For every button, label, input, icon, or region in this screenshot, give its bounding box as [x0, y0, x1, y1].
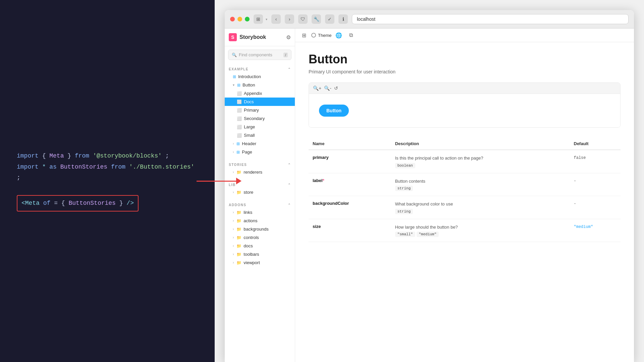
preview-toolbar: 🔍+ 🔍- ↺: [309, 83, 620, 94]
chevron-right-icon-header: ›: [233, 142, 234, 145]
sidebar-item-backgrounds[interactable]: › 📁 backgrounds: [225, 225, 295, 233]
sidebar-item-large[interactable]: ⬜ Large: [225, 123, 295, 131]
brace-open: {: [42, 153, 50, 159]
sidebar-item-actions[interactable]: › 📁 actions: [225, 217, 295, 225]
sidebar-item-docs-addon[interactable]: › 📁 docs: [225, 242, 295, 250]
folder-icon-toolbars: 📁: [236, 252, 241, 257]
prop-name-primary: primary: [313, 155, 329, 160]
sidebar-item-page-group[interactable]: › ⊞ Page: [225, 148, 295, 156]
sidebar-item-label-small: Small: [244, 133, 255, 138]
grid-toolbar-icon[interactable]: ⊞: [299, 31, 309, 40]
search-bar[interactable]: 🔍 Find components /: [228, 50, 291, 60]
gear-icon[interactable]: ⚙: [286, 34, 291, 41]
sidebar-item-controls[interactable]: › 📁 controls: [225, 233, 295, 242]
prop-default-primary: false: [574, 156, 586, 160]
split-toolbar-icon[interactable]: ⧉: [346, 31, 356, 40]
theme-radio-button[interactable]: [311, 33, 316, 38]
theme-label: Theme: [318, 33, 331, 38]
extension-icon-button[interactable]: 🔧: [312, 14, 321, 24]
sidebar-item-label-large: Large: [244, 124, 255, 129]
table-row: backgroundColor What background color to…: [309, 196, 621, 219]
search-shortcut: /: [283, 53, 288, 57]
checkmark-icon-button[interactable]: ✓: [325, 14, 334, 24]
sidebar-item-appendix[interactable]: ⬜ Appendix: [225, 89, 295, 98]
arrow-head: [236, 178, 241, 184]
props-col-name: Name: [309, 138, 391, 150]
keyword-from: from: [75, 153, 89, 159]
sidebar-item-label-controls: controls: [244, 235, 259, 240]
component-icon-large: ⬜: [237, 125, 242, 129]
component-icon-secondary: ⬜: [237, 116, 242, 121]
back-button[interactable]: ‹: [271, 14, 281, 24]
sidebar-item-links[interactable]: › 📁 links: [225, 208, 295, 217]
prop-type-size-medium: "medium": [417, 232, 439, 237]
identifier-meta: Meta: [49, 153, 64, 159]
sidebar-item-docs[interactable]: ⬜ Docs: [225, 98, 295, 106]
prop-name-cell: label*: [309, 173, 391, 196]
lib-collapse-icon[interactable]: ⌃: [288, 183, 291, 187]
folder-icon-actions: 📁: [236, 219, 241, 223]
layout-icon-button[interactable]: ⊞: [254, 14, 263, 24]
sidebar-item-label-backgrounds: backgrounds: [244, 227, 268, 232]
chevron-down-icon-button: ▾: [233, 83, 234, 87]
identifier-buttonstories: ButtonStories: [60, 164, 111, 170]
sidebar-item-toolbars[interactable]: › 📁 toolbars: [225, 250, 295, 258]
stories-collapse-icon[interactable]: ⌃: [288, 163, 291, 167]
zoom-in-icon[interactable]: 🔍+: [313, 85, 321, 91]
globe-toolbar-icon[interactable]: 🌐: [334, 31, 343, 40]
chevron-right-icon-backgrounds: ›: [233, 227, 234, 231]
code-block: import { Meta } from '@storybook/blocks'…: [17, 150, 198, 212]
close-traffic-light[interactable]: [230, 17, 235, 21]
storybook-logo-icon: S: [229, 33, 237, 41]
sidebar-item-header-group[interactable]: › ⊞ Header: [225, 139, 295, 148]
zoom-out-icon[interactable]: 🔍-: [324, 85, 331, 91]
prop-name-bgcolor: backgroundColor: [313, 201, 349, 206]
storybook-main: ⊞ Theme 🌐 ⧉ Button Primary UI component …: [295, 28, 634, 362]
sidebar-item-label-introduction: Introduction: [238, 74, 261, 79]
addons-section-label: ADDONS: [229, 203, 246, 207]
addons-collapse-icon[interactable]: ⌃: [288, 203, 291, 207]
meta-tag-open: <Meta: [21, 200, 43, 206]
folder-icon-store: 📁: [236, 190, 241, 195]
code-line-1: import { Meta } from '@storybook/blocks'…: [17, 150, 198, 161]
props-col-description: Description: [391, 138, 570, 150]
prop-name-label: label*: [313, 178, 324, 183]
maximize-traffic-light[interactable]: [245, 17, 250, 21]
storybook-content: Button Primary UI component for user int…: [295, 42, 634, 252]
chevron-right-icon-store: ›: [233, 190, 234, 194]
addons-section-header: ADDONS ⌃: [225, 202, 295, 208]
sidebar-item-small[interactable]: ⬜ Small: [225, 131, 295, 139]
sidebar-item-viewport[interactable]: › 📁 viewport: [225, 258, 295, 267]
table-row: size How large should the button be? "sm…: [309, 219, 621, 242]
chevron-right-icon-docs: ›: [233, 244, 234, 248]
shield-icon-button[interactable]: 🛡: [298, 14, 308, 24]
sidebar-item-store[interactable]: › 📁 store: [225, 188, 295, 196]
component-title: Button: [309, 52, 621, 66]
prop-desc-size: How large should the button be?: [395, 224, 566, 231]
address-bar[interactable]: localhost: [352, 14, 629, 24]
storybook-sidebar: S Storybook ⚙ 🔍 Find components / EXAMPL…: [225, 28, 295, 362]
zoom-reset-icon[interactable]: ↺: [334, 85, 338, 91]
sidebar-item-label-appendix: Appendix: [244, 91, 262, 96]
sidebar-item-renderers[interactable]: › 📁 renderers: [225, 168, 295, 176]
info-icon-button[interactable]: ℹ: [338, 14, 348, 24]
sidebar-item-label-header: Header: [242, 141, 256, 146]
props-table-header-row: Name Description Default: [309, 138, 621, 150]
sidebar-item-secondary[interactable]: ⬜ Secondary: [225, 114, 295, 123]
grid-icon-introduction: ⊞: [233, 74, 236, 79]
prop-name-cell: size: [309, 219, 391, 242]
sidebar-item-label-primary: Primary: [244, 108, 259, 113]
sidebar-item-introduction[interactable]: ⊞ Introduction: [225, 72, 295, 81]
required-asterisk: *: [323, 178, 324, 183]
preview-content-area: Button: [309, 94, 620, 127]
sidebar-item-label-store: store: [244, 190, 253, 195]
minimize-traffic-light[interactable]: [237, 17, 242, 21]
theme-selector[interactable]: Theme: [311, 33, 331, 38]
demo-button[interactable]: Button: [319, 105, 349, 117]
forward-button[interactable]: ›: [285, 14, 294, 24]
browser-window: ⊞ ▾ ‹ › 🛡 🔧 ✓ ℹ localhost S Storybook: [225, 10, 634, 362]
sidebar-item-label-renderers: renderers: [244, 170, 262, 175]
example-collapse-icon[interactable]: ⌃: [288, 67, 291, 71]
sidebar-item-primary[interactable]: ⬜ Primary: [225, 106, 295, 114]
sidebar-item-button-group[interactable]: ▾ ⊞ Button: [225, 81, 295, 89]
